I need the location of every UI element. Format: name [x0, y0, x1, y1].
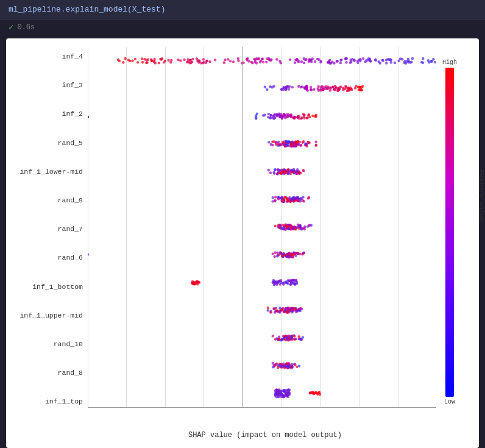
svg-point-358	[306, 116, 308, 119]
svg-point-929	[281, 308, 283, 311]
svg-point-142	[401, 58, 403, 60]
svg-point-475	[297, 143, 299, 146]
svg-point-159	[333, 62, 335, 64]
svg-point-182	[200, 62, 202, 64]
svg-point-167	[141, 57, 143, 60]
svg-point-86	[303, 57, 305, 60]
svg-point-462	[308, 141, 311, 144]
svg-point-479	[315, 140, 317, 143]
svg-point-196	[340, 59, 342, 61]
svg-point-752	[274, 251, 277, 254]
x-axis-title: SHAP value (impact on model output)	[15, 431, 473, 439]
status-bar: ✓ 0.6s	[0, 20, 485, 35]
svg-point-279	[297, 85, 300, 88]
svg-point-411	[270, 143, 272, 146]
svg-point-157	[351, 58, 353, 60]
svg-point-1128	[276, 389, 278, 391]
svg-point-377	[273, 117, 275, 119]
svg-point-1039	[272, 366, 274, 368]
svg-point-786	[88, 253, 89, 255]
svg-point-1129	[286, 392, 289, 394]
svg-point-183	[250, 61, 253, 63]
svg-point-765	[276, 255, 278, 257]
svg-point-759	[274, 255, 276, 258]
svg-point-199	[359, 58, 361, 60]
svg-point-850	[289, 283, 291, 285]
svg-point-299	[324, 87, 327, 90]
svg-point-38	[275, 58, 278, 60]
svg-point-305	[262, 114, 264, 116]
svg-point-466	[291, 145, 293, 148]
svg-point-370	[88, 116, 89, 118]
svg-point-1048	[290, 366, 292, 369]
svg-point-728	[272, 252, 274, 255]
colorbar: High Low Feature value	[431, 53, 468, 436]
svg-point-1144	[312, 393, 314, 395]
svg-point-959	[293, 335, 296, 337]
svg-point-91	[255, 62, 258, 64]
svg-point-188	[294, 59, 297, 61]
y-label-rand6: rand_6	[15, 254, 83, 261]
svg-point-169	[327, 61, 330, 63]
svg-point-848	[294, 282, 296, 285]
svg-point-1019	[296, 366, 298, 368]
svg-point-1110	[281, 393, 283, 396]
svg-point-181	[179, 59, 182, 62]
svg-point-779	[288, 252, 290, 254]
svg-point-180	[164, 60, 166, 62]
code-display: ml_pipeline.explain_model(X_test)	[9, 5, 165, 14]
svg-point-985	[275, 337, 278, 340]
svg-point-294	[333, 88, 335, 90]
chart-container: inf_4 inf_3 inf_2 rand_5 inf_1_lower-mid…	[6, 38, 479, 448]
svg-point-925	[284, 309, 286, 311]
svg-point-291	[305, 85, 308, 87]
svg-point-147	[411, 57, 414, 60]
svg-point-30	[224, 59, 226, 61]
svg-point-128	[278, 60, 281, 62]
svg-point-639	[272, 200, 274, 202]
svg-point-76	[122, 61, 124, 63]
svg-point-121	[403, 62, 405, 64]
svg-point-635	[288, 196, 291, 199]
svg-point-926	[274, 310, 277, 312]
svg-point-194	[246, 59, 248, 61]
svg-point-1115	[286, 389, 288, 391]
svg-point-622	[286, 197, 288, 199]
svg-point-262	[264, 86, 266, 88]
svg-point-366	[283, 113, 285, 115]
svg-point-426	[315, 144, 317, 146]
svg-point-1038	[287, 366, 289, 369]
colorbar-low-label: Low	[444, 399, 455, 405]
svg-point-114	[336, 60, 339, 62]
svg-point-37	[314, 60, 316, 63]
svg-point-473	[290, 143, 292, 145]
svg-point-927	[289, 309, 291, 311]
svg-point-1049	[272, 362, 274, 364]
svg-point-269	[331, 86, 334, 88]
svg-point-853	[273, 283, 275, 286]
svg-point-176	[269, 59, 272, 62]
svg-point-2	[237, 57, 239, 60]
svg-point-619	[272, 196, 274, 199]
svg-point-551	[297, 172, 299, 174]
svg-point-711	[279, 224, 281, 226]
svg-point-552	[302, 169, 304, 171]
svg-point-284	[355, 85, 357, 87]
svg-point-634	[291, 198, 294, 201]
svg-point-51	[394, 62, 396, 64]
svg-point-136	[146, 61, 148, 63]
svg-point-187	[308, 58, 310, 60]
svg-point-175	[367, 59, 370, 61]
svg-point-266	[266, 88, 268, 91]
svg-point-427	[300, 144, 302, 146]
svg-point-852	[279, 283, 281, 285]
svg-point-297	[361, 85, 364, 88]
svg-point-53	[289, 59, 291, 61]
svg-point-846	[274, 280, 276, 283]
svg-point-174	[124, 57, 127, 60]
svg-point-145	[266, 57, 269, 60]
svg-point-289	[271, 86, 273, 88]
svg-point-449	[306, 145, 308, 148]
svg-point-84	[427, 59, 430, 62]
svg-point-908	[291, 307, 293, 309]
